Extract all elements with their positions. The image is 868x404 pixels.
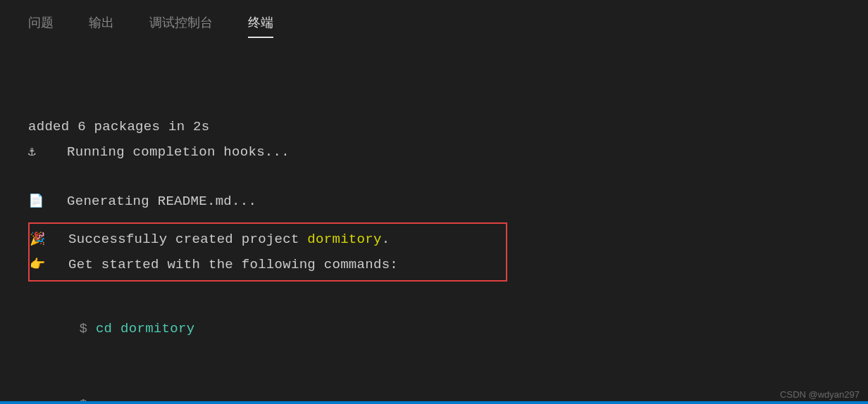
watermark-text: CSDN @wdyan297 <box>780 389 860 400</box>
output-text: . <box>382 232 390 247</box>
output-text: Running completion hooks... <box>67 139 290 165</box>
tab-output[interactable]: 输出 <box>89 14 114 38</box>
output-text: Successfully created project <box>68 232 307 247</box>
output-line: 📄 Generating README.md... <box>28 189 840 214</box>
status-bar[interactable] <box>0 401 868 404</box>
terminal-output[interactable]: added 6 packages in 2s ⚓ Running complet… <box>0 38 868 404</box>
output-text: Get started with the following commands: <box>68 252 398 277</box>
tab-debug-console[interactable]: 调试控制台 <box>149 14 213 38</box>
project-name: dormitory <box>307 232 381 247</box>
pointing-icon: 👉 <box>30 258 45 272</box>
command-suggestion: $ cd dormitory <box>28 290 840 366</box>
tab-problems[interactable]: 问题 <box>28 14 54 38</box>
output-line: 🎉 Successfully created project dormitory… <box>30 227 506 252</box>
command-text: cd dormitory <box>96 321 194 336</box>
command-suggestion: $ npm run serve <box>28 367 840 404</box>
anchor-icon: ⚓ <box>28 145 36 159</box>
output-line: 👉 Get started with the following command… <box>30 252 506 277</box>
document-icon: 📄 <box>28 194 44 208</box>
output-text: Generating README.md... <box>67 189 256 214</box>
prompt-symbol: $ <box>71 321 96 336</box>
highlight-annotation: 🎉 Successfully created project dormitory… <box>28 222 507 282</box>
party-icon: 🎉 <box>30 232 45 246</box>
output-line: added 6 packages in 2s <box>28 114 840 139</box>
tab-terminal[interactable]: 终端 <box>248 14 273 38</box>
panel-tabs: 问题 输出 调试控制台 终端 <box>0 0 868 38</box>
output-line: ⚓ Running completion hooks... <box>28 139 840 165</box>
